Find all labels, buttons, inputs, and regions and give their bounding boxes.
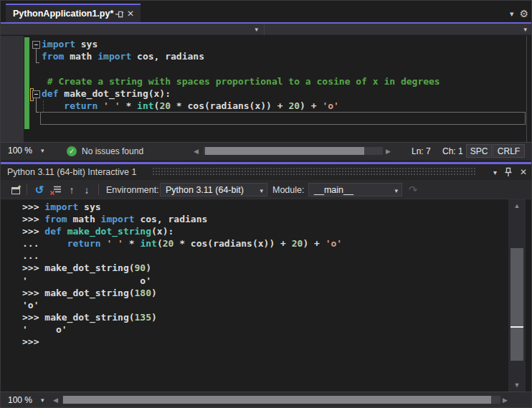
fold-guide: [36, 49, 37, 62]
spaces-indicator[interactable]: SPC: [466, 144, 492, 158]
collapse-toggle-icon[interactable]: [32, 90, 40, 98]
code-line: def make_dot_string(x):: [42, 87, 440, 100]
members-dropdown[interactable]: ▾: [265, 24, 532, 35]
repl-title-text: Python 3.11 (64-bit) Interactive 1: [7, 167, 136, 177]
repl-status-bar: 100 % ▾ ◀ ▶: [1, 392, 532, 407]
code-token: def: [42, 88, 58, 99]
issues-status-text[interactable]: No issues found: [82, 146, 143, 156]
code-token: 'o': [326, 238, 342, 249]
repl-hscrollbar-thumb[interactable]: [63, 396, 491, 404]
code-token: cos, radians: [131, 51, 204, 62]
scroll-up-icon[interactable]: ▲: [508, 202, 526, 209]
spaces-label: SPC: [470, 146, 488, 156]
code-token: 90: [135, 262, 146, 273]
column-indicator: Ch: 1: [442, 146, 463, 156]
repl-hscrollbar-track[interactable]: [62, 396, 500, 404]
scroll-down-icon[interactable]: ▼: [508, 381, 526, 389]
code-token: make_dot_string(x):: [58, 88, 171, 99]
code-token: import: [98, 51, 131, 62]
code-token: >>>: [22, 201, 44, 212]
code-line: ' o': [22, 323, 342, 336]
interactive-environment-icon[interactable]: [9, 184, 22, 196]
code-token: 20: [288, 100, 300, 111]
breakpoint-margin[interactable]: [1, 36, 24, 142]
scrollbar-caret-marker: [510, 326, 523, 328]
code-token: [62, 226, 67, 237]
environment-label: Environment:: [106, 185, 159, 195]
close-icon[interactable]: ✕: [125, 7, 136, 20]
reset-repl-icon[interactable]: ↺: [33, 184, 46, 196]
code-editor[interactable]: import sysfrom math import cos, radians …: [1, 36, 532, 142]
chevron-down-icon: ▾: [41, 397, 44, 404]
code-token: >>>: [22, 226, 44, 237]
repl-toolbar: ↺ ↑ ↓ Environment: Python 3.11 (64-bit) …: [1, 180, 532, 199]
code-token: ...: [22, 238, 67, 249]
repl-vscrollbar-thumb[interactable]: [510, 248, 523, 361]
code-line: >>> def make_dot_string(x):: [22, 225, 342, 237]
line-endings-label: CRLF: [498, 146, 520, 156]
code-token: sys: [75, 39, 98, 49]
scroll-right-icon[interactable]: ▶: [503, 397, 508, 404]
scroll-left-icon[interactable]: ◀: [194, 148, 199, 155]
pin-icon[interactable]: [504, 167, 513, 177]
code-token: ) +: [300, 100, 322, 111]
history-previous-icon[interactable]: ↑: [65, 184, 78, 196]
scroll-left-icon[interactable]: ◀: [53, 397, 58, 404]
types-dropdown[interactable]: ▾: [1, 24, 265, 35]
history-next-icon[interactable]: ↓: [80, 184, 93, 196]
scroll-right-icon[interactable]: ▶: [386, 148, 391, 155]
module-value: __main__: [314, 185, 353, 195]
module-dropdown[interactable]: __main__ ▾: [308, 183, 402, 196]
repl-output-area[interactable]: >>> import sys>>> from math import cos, …: [1, 199, 532, 392]
repl-vscrollbar[interactable]: ▲ ▼: [508, 199, 526, 392]
code-line: >>> make_dot_string(180): [22, 287, 342, 299]
titlebar-grip[interactable]: [153, 168, 477, 176]
arrow-up-glyph: ↑: [70, 184, 75, 196]
repl-code-area: >>> import sys>>> from math import cos, …: [22, 201, 342, 348]
repl-zoom-dropdown[interactable]: 100 % ▾: [8, 395, 44, 405]
environment-window-glyph: [10, 184, 22, 196]
close-icon[interactable]: ✕: [520, 167, 527, 177]
code-token: ): [151, 288, 157, 298]
code-token: *: [120, 100, 137, 111]
repl-titlebar[interactable]: Python 3.11 (64-bit) Interactive 1 ▾ ✕: [1, 164, 532, 180]
code-token: ' o': [22, 324, 67, 335]
chevron-down-icon[interactable]: ▾: [510, 9, 514, 19]
code-token: >>> make_dot_string(: [22, 262, 135, 273]
code-token: def: [44, 226, 61, 237]
tabstrip-controls: ▾ ⚙: [510, 8, 528, 19]
editor-hscrollbar-track[interactable]: [204, 147, 383, 155]
collapse-toggle-icon[interactable]: [32, 41, 40, 49]
code-token: (: [157, 238, 163, 249]
navigation-bar: ▾ ▾: [1, 24, 532, 35]
code-line: >>> make_dot_string(135): [22, 311, 342, 323]
fold-guide-end: [36, 112, 39, 113]
clear-screen-icon[interactable]: [49, 184, 62, 196]
pin-icon[interactable]: [113, 7, 125, 20]
environment-dropdown[interactable]: Python 3.11 (64-bit) ▾: [160, 183, 267, 196]
code-line: >>> import sys: [22, 201, 342, 213]
code-token: sys: [78, 201, 100, 212]
editor-hscrollbar-thumb[interactable]: [205, 147, 364, 155]
reset-glyph: ↺: [35, 184, 44, 196]
code-token: * cos(radians(x)) +: [174, 238, 291, 249]
code-line: >>> from math import cos, radians: [22, 213, 342, 225]
code-line: from math import cos, radians: [42, 50, 440, 62]
code-token: >>>: [22, 336, 39, 347]
code-line: >>>: [22, 336, 342, 348]
code-token: (x):: [151, 226, 174, 237]
code-token: ' ': [106, 238, 123, 249]
tab-title: PythonApplication1.py*: [13, 9, 113, 19]
code-token: 180: [135, 288, 151, 298]
gear-icon[interactable]: ⚙: [519, 8, 528, 19]
no-issues-check-icon: ✓: [67, 146, 77, 156]
line-endings-indicator[interactable]: CRLF: [493, 144, 525, 158]
send-to-interactive-icon[interactable]: ↷: [407, 184, 419, 196]
visual-studio-window: PythonApplication1.py* ✕ ▾ ⚙ ▾ ▾: [0, 0, 532, 408]
code-token: *: [123, 238, 140, 249]
window-position-icon[interactable]: ▾: [493, 169, 497, 176]
editor-zoom-dropdown[interactable]: 100 % ▾: [8, 146, 44, 156]
tab-pythonapplication1[interactable]: PythonApplication1.py* ✕: [6, 4, 141, 22]
chevron-down-icon: ▾: [255, 26, 258, 33]
code-token: from: [42, 51, 64, 62]
